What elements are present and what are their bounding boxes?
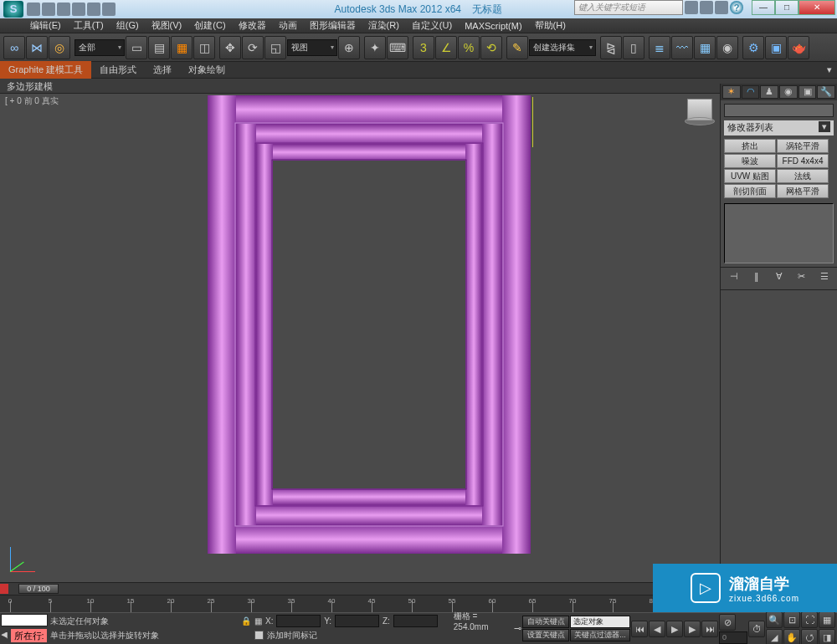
- unlink-icon[interactable]: ⋈: [26, 36, 48, 59]
- favorite-icon[interactable]: [715, 1, 728, 14]
- viewport[interactable]: [ + 0 前 0 真实: [0, 94, 720, 582]
- viewport-label[interactable]: [ + 0 前 0 真实: [5, 95, 59, 107]
- link-icon[interactable]: ∞: [3, 36, 25, 59]
- layers-icon[interactable]: ≣: [649, 36, 670, 59]
- pan-icon[interactable]: ✋: [783, 629, 800, 644]
- menu-edit[interactable]: 编辑(E): [25, 18, 66, 33]
- qat-new-icon[interactable]: [27, 3, 40, 16]
- mod-btn-meshsmooth[interactable]: 网格平滑: [777, 184, 829, 198]
- qat-save-icon[interactable]: [57, 3, 70, 16]
- spinner-snap-icon[interactable]: ⟲: [480, 36, 502, 59]
- maximize-button[interactable]: □: [775, 0, 798, 15]
- key-mode-icon[interactable]: ⊘: [719, 614, 736, 631]
- ribbon-panel-polymodel[interactable]: 多边形建模: [0, 79, 837, 94]
- time-start-marker[interactable]: [0, 584, 8, 594]
- orbit-icon[interactable]: ⭯: [801, 629, 818, 644]
- tab-motion-icon[interactable]: ◉: [779, 85, 798, 99]
- qat-more-icon[interactable]: [102, 3, 116, 16]
- render-icon[interactable]: 🫖: [788, 36, 809, 59]
- edit-named-sel-icon[interactable]: ✎: [506, 36, 528, 59]
- percent-snap-icon[interactable]: %: [458, 36, 480, 59]
- window-crossing-icon[interactable]: ◫: [193, 36, 215, 59]
- coord-x-field[interactable]: [276, 615, 321, 627]
- key-lock-icon[interactable]: ⊸: [514, 623, 521, 634]
- pivot-icon[interactable]: ⊕: [338, 36, 360, 59]
- angle-snap-icon[interactable]: ∠: [435, 36, 457, 59]
- selection-filter-dropdown[interactable]: 全部: [74, 39, 125, 56]
- menu-help[interactable]: 帮助(H): [530, 18, 571, 33]
- show-end-icon[interactable]: ‖: [749, 271, 764, 286]
- object-color-swatch[interactable]: [724, 104, 834, 117]
- snap-toggle-icon[interactable]: 3: [413, 36, 434, 59]
- align-icon[interactable]: ▯: [623, 36, 644, 59]
- goto-end-icon[interactable]: ⏭: [701, 621, 718, 637]
- tab-create-icon[interactable]: ✶: [722, 85, 741, 99]
- mod-btn-extrude[interactable]: 挤出: [724, 139, 776, 153]
- coord-y-field[interactable]: [335, 615, 379, 627]
- coord-z-field[interactable]: [393, 615, 438, 627]
- menu-customize[interactable]: 自定义(U): [407, 18, 457, 33]
- ribbon-tab-graphite[interactable]: Graphite 建模工具: [0, 61, 91, 79]
- qat-redo-icon[interactable]: [87, 3, 100, 16]
- qat-undo-icon[interactable]: [72, 3, 85, 16]
- select-icon[interactable]: ▭: [126, 36, 147, 59]
- ribbon-tab-freeform[interactable]: 自由形式: [91, 61, 145, 79]
- tab-display-icon[interactable]: ▣: [798, 85, 817, 99]
- zoom-icon[interactable]: 🔍: [766, 611, 783, 628]
- viewcube[interactable]: [685, 99, 715, 132]
- minimize-button[interactable]: —: [752, 0, 775, 15]
- mod-btn-slice[interactable]: 剖切剖面: [724, 184, 776, 198]
- make-unique-icon[interactable]: ∀: [772, 271, 787, 286]
- render-setup-icon[interactable]: ⚙: [742, 36, 764, 59]
- material-editor-icon[interactable]: ◉: [716, 36, 738, 59]
- tab-utilities-icon[interactable]: 🔧: [817, 85, 835, 99]
- time-tag-checkbox[interactable]: [254, 631, 264, 640]
- qat-open-icon[interactable]: [42, 3, 55, 16]
- signin-icon[interactable]: [700, 1, 713, 14]
- set-key-button[interactable]: 设置关键点: [522, 629, 569, 641]
- curve-editor-icon[interactable]: 〰: [671, 36, 693, 59]
- schematic-icon[interactable]: ▦: [694, 36, 716, 59]
- zoom-extents-icon[interactable]: ⛶: [801, 611, 818, 628]
- keyboard-icon[interactable]: ⌨: [387, 36, 408, 59]
- ribbon-expand-icon[interactable]: ▾: [822, 63, 837, 77]
- menu-group[interactable]: 组(G): [111, 18, 144, 33]
- menu-animation[interactable]: 动画: [274, 18, 302, 33]
- ribbon-tab-selection[interactable]: 选择: [145, 61, 180, 79]
- remove-mod-icon[interactable]: ✂: [794, 271, 809, 286]
- maxscript-listener[interactable]: [1, 614, 48, 626]
- modifier-stack[interactable]: [724, 203, 834, 263]
- isolate-icon[interactable]: ▦: [254, 616, 262, 626]
- help-search-input[interactable]: 键入关键字或短语: [574, 0, 683, 15]
- add-time-tag-label[interactable]: 添加时间标记: [267, 630, 317, 641]
- mod-btn-normal[interactable]: 法线: [777, 169, 829, 183]
- help-icon[interactable]: ?: [730, 1, 743, 14]
- named-selection-dropdown[interactable]: 创建选择集: [529, 39, 596, 56]
- move-icon[interactable]: ✥: [219, 36, 241, 59]
- modifier-list-dropdown[interactable]: 修改器列表: [724, 120, 834, 135]
- fov-icon[interactable]: ◢: [766, 629, 783, 644]
- next-frame-icon[interactable]: ▶: [684, 621, 701, 637]
- current-frame-field[interactable]: 0: [719, 631, 747, 644]
- render-frame-icon[interactable]: ▣: [765, 36, 787, 59]
- mod-btn-ffd[interactable]: FFD 4x4x4: [777, 154, 829, 168]
- tab-modify-icon[interactable]: ◠: [742, 85, 760, 99]
- select-name-icon[interactable]: ▤: [148, 36, 170, 59]
- goto-start-icon[interactable]: ⏮: [631, 621, 648, 637]
- menu-graph-editors[interactable]: 图形编辑器: [305, 18, 361, 33]
- bind-icon[interactable]: ◎: [49, 36, 70, 59]
- menu-create[interactable]: 创建(C): [189, 18, 230, 33]
- mirror-icon[interactable]: ⧎: [600, 36, 622, 59]
- prev-frame-icon[interactable]: ◀: [649, 621, 665, 637]
- menu-view[interactable]: 视图(V): [146, 18, 187, 33]
- mod-btn-uvw[interactable]: UVW 贴图: [724, 169, 776, 183]
- key-target-dropdown[interactable]: 选定对象: [570, 616, 630, 628]
- menu-rendering[interactable]: 渲染(R): [363, 18, 404, 33]
- app-icon[interactable]: S: [3, 1, 23, 18]
- mod-btn-turbosmooth[interactable]: 涡轮平滑: [777, 139, 829, 153]
- tab-hierarchy-icon[interactable]: ♟: [760, 85, 778, 99]
- time-config-icon[interactable]: ⏱: [748, 621, 765, 637]
- scene-object-frame[interactable]: [208, 95, 531, 554]
- configure-icon[interactable]: ☰: [817, 271, 832, 286]
- zoom-extents-all-icon[interactable]: ▦: [819, 611, 835, 628]
